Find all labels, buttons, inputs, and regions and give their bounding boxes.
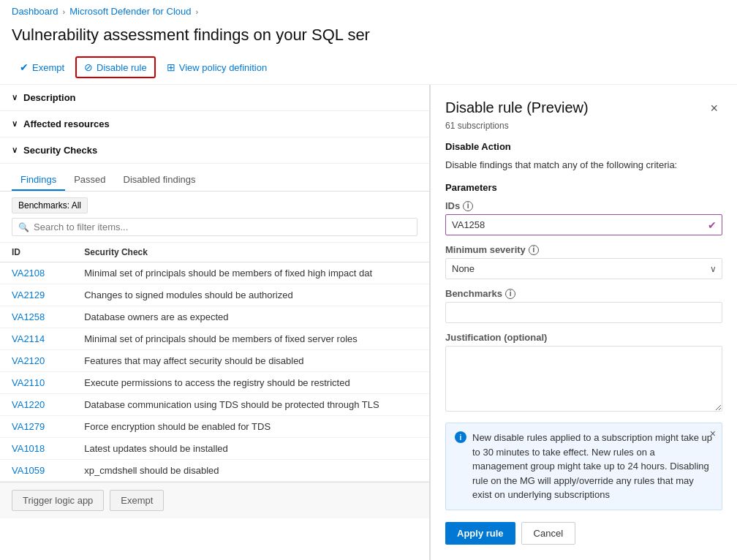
tab-passed[interactable]: Passed xyxy=(65,170,114,191)
row-check: Changes to signed modules should be auth… xyxy=(72,284,429,306)
breadcrumb-sep1: › xyxy=(63,7,66,16)
ids-form-group: IDs i ✔ xyxy=(445,200,722,235)
breadcrumb: Dashboard › Microsoft Defender for Cloud… xyxy=(0,0,737,23)
findings-table: ID Security Check VA2108Minimal set of p… xyxy=(0,243,429,482)
row-check: Latest updates should be installed xyxy=(72,438,429,460)
row-check: xp_cmdshell should be disabled xyxy=(72,460,429,482)
benchmark-filter-tag[interactable]: Benchmarks: All xyxy=(12,197,88,213)
row-id[interactable]: VA1018 xyxy=(0,438,72,460)
table-row[interactable]: VA1059xp_cmdshell should be disabled xyxy=(0,460,429,482)
exempt-icon: ✔ xyxy=(20,61,29,73)
row-check: Database communication using TDS should … xyxy=(72,394,429,416)
breadcrumb-dashboard[interactable]: Dashboard xyxy=(12,6,58,17)
info-box-text: New disable rules applied to a subscript… xyxy=(472,431,713,502)
min-severity-label: Minimum severity i xyxy=(445,244,722,255)
ids-check-icon: ✔ xyxy=(708,219,717,231)
row-id[interactable]: VA1059 xyxy=(0,460,72,482)
main-content: ∨ Description ∨ Affected resources ∨ Sec… xyxy=(0,85,737,560)
info-box-close-button[interactable]: × xyxy=(710,428,716,439)
description-chevron: ∨ xyxy=(12,93,18,102)
filters-area: Benchmarks: All 🔍 xyxy=(0,192,429,243)
table-row[interactable]: VA1258Database owners are as expected xyxy=(0,306,429,328)
disable-rule-label: Disable rule xyxy=(97,62,147,73)
exempt-bottom-button[interactable]: Exempt xyxy=(110,490,164,511)
ids-input-wrapper: ✔ xyxy=(445,214,722,235)
row-id[interactable]: VA2114 xyxy=(0,328,72,350)
security-checks-section[interactable]: ∨ Security Checks xyxy=(0,137,429,164)
exempt-button[interactable]: ✔ Exempt xyxy=(12,57,72,77)
col-id: ID xyxy=(0,243,72,262)
min-severity-select-wrapper: NoneLowMediumHigh ∨ xyxy=(445,258,722,279)
ids-info-icon[interactable]: i xyxy=(463,201,473,211)
ids-input[interactable] xyxy=(445,214,722,235)
table-row[interactable]: VA2120Features that may affect security … xyxy=(0,350,429,372)
description-label: Description xyxy=(23,92,76,103)
justification-label: Justification (optional) xyxy=(445,332,722,343)
right-panel: Disable rule (Preview) × 61 subscription… xyxy=(430,85,737,560)
table-row[interactable]: VA2114Minimal set of principals should b… xyxy=(0,328,429,350)
table-row[interactable]: VA1018Latest updates should be installed xyxy=(0,438,429,460)
cancel-button[interactable]: Cancel xyxy=(521,522,575,545)
trigger-logic-app-button[interactable]: Trigger logic app xyxy=(12,490,104,511)
exempt-label: Exempt xyxy=(32,62,64,73)
row-id[interactable]: VA2110 xyxy=(0,372,72,394)
disable-action-title: Disable Action xyxy=(445,141,722,152)
benchmark-filter-row: Benchmarks: All xyxy=(12,197,417,213)
search-input[interactable] xyxy=(34,222,411,232)
ids-label: IDs i xyxy=(445,200,722,211)
view-policy-button[interactable]: ⊞ View policy definition xyxy=(159,57,275,77)
affected-label: Affected resources xyxy=(23,118,110,129)
tab-findings[interactable]: Findings xyxy=(12,170,65,191)
row-check: Database owners are as expected xyxy=(72,306,429,328)
info-box: i New disable rules applied to a subscri… xyxy=(445,423,722,510)
policy-icon: ⊞ xyxy=(167,61,175,73)
table-row[interactable]: VA1279Force encryption should be enabled… xyxy=(0,416,429,438)
row-id[interactable]: VA1279 xyxy=(0,416,72,438)
search-icon: 🔍 xyxy=(18,222,29,232)
disable-icon: ⊘ xyxy=(84,61,93,73)
search-box[interactable]: 🔍 xyxy=(12,218,417,236)
min-severity-select[interactable]: NoneLowMediumHigh xyxy=(445,258,722,279)
min-severity-form-group: Minimum severity i NoneLowMediumHigh ∨ xyxy=(445,244,722,279)
row-check: Features that may affect security should… xyxy=(72,350,429,372)
table-row[interactable]: VA1220Database communication using TDS s… xyxy=(0,394,429,416)
security-chevron: ∨ xyxy=(12,145,18,155)
row-check: Execute permissions to access the regist… xyxy=(72,372,429,394)
table-row[interactable]: VA2110Execute permissions to access the … xyxy=(0,372,429,394)
justification-form-group: Justification (optional) xyxy=(445,332,722,414)
description-section[interactable]: ∨ Description xyxy=(0,85,429,111)
page-title: Vulnerability assessment findings on you… xyxy=(0,23,737,53)
disable-rule-button[interactable]: ⊘ Disable rule xyxy=(75,56,156,78)
row-id[interactable]: VA2108 xyxy=(0,262,72,284)
tab-disabled-findings[interactable]: Disabled findings xyxy=(115,170,205,191)
row-check: Force encryption should be enabled for T… xyxy=(72,416,429,438)
table-row[interactable]: VA2129Changes to signed modules should b… xyxy=(0,284,429,306)
row-id[interactable]: VA1258 xyxy=(0,306,72,328)
security-tabs: Findings Passed Disabled findings xyxy=(0,164,429,192)
security-label: Security Checks xyxy=(23,145,97,156)
panel-close-button[interactable]: × xyxy=(706,99,722,118)
apply-rule-button[interactable]: Apply rule xyxy=(445,522,515,545)
left-panel: ∨ Description ∨ Affected resources ∨ Sec… xyxy=(0,85,430,560)
panel-actions: Apply rule Cancel xyxy=(445,522,722,545)
panel-title: Disable rule (Preview) xyxy=(445,99,589,116)
row-id[interactable]: VA2129 xyxy=(0,284,72,306)
justification-textarea[interactable] xyxy=(445,346,722,412)
benchmarks-info-icon[interactable]: i xyxy=(505,289,515,299)
affected-resources-section[interactable]: ∨ Affected resources xyxy=(0,111,429,137)
view-policy-label: View policy definition xyxy=(179,62,267,73)
row-check: Minimal set of principals should be memb… xyxy=(72,328,429,350)
row-id[interactable]: VA2120 xyxy=(0,350,72,372)
table-row[interactable]: VA2108Minimal set of principals should b… xyxy=(0,262,429,284)
breadcrumb-defender[interactable]: Microsoft Defender for Cloud xyxy=(69,6,191,17)
breadcrumb-sep2: › xyxy=(195,7,198,16)
action-bar: ✔ Exempt ⊘ Disable rule ⊞ View policy de… xyxy=(0,53,737,85)
info-box-icon: i xyxy=(455,431,466,443)
min-severity-info-icon[interactable]: i xyxy=(529,245,539,255)
affected-chevron: ∨ xyxy=(12,119,18,129)
benchmarks-input[interactable] xyxy=(445,302,722,323)
panel-subtitle: 61 subscriptions xyxy=(445,121,722,131)
row-id[interactable]: VA1220 xyxy=(0,394,72,416)
benchmarks-form-group: Benchmarks i xyxy=(445,288,722,323)
params-label: Parameters xyxy=(445,182,722,193)
